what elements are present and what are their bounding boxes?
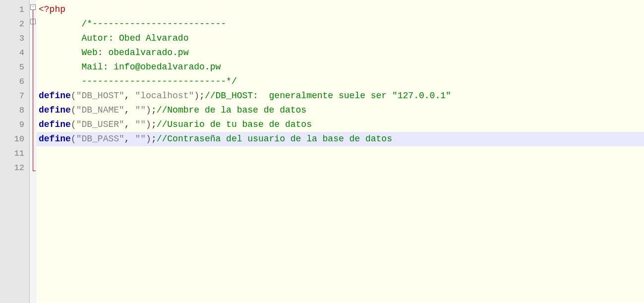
paren: ( — [71, 134, 76, 144]
code-line[interactable]: Mail: info@obedalvarado.pw — [37, 60, 644, 74]
line-number: 4 — [0, 46, 29, 60]
string: "" — [135, 105, 146, 115]
code-line[interactable]: Autor: Obed Alvarado — [37, 31, 644, 46]
comment-text: Autor: Obed Alvarado — [60, 33, 188, 43]
comment-text: //DB_HOST: generalmente suele ser "127.0… — [205, 91, 451, 101]
line-number: 9 — [0, 118, 29, 132]
line-number: 8 — [0, 103, 29, 118]
comma: , — [124, 105, 135, 115]
comma: , — [124, 134, 135, 144]
comment-text: //Contraseña del usuario de la base de d… — [157, 134, 392, 144]
comment-text: //Usuario de tu base de datos — [157, 120, 312, 129]
semicolon: ; — [151, 134, 157, 144]
line-number: 10 — [0, 132, 29, 146]
line-number: 3 — [0, 31, 29, 46]
fold-guide-line — [33, 10, 33, 171]
code-line[interactable] — [37, 161, 644, 175]
line-number-gutter: 1 2 3 4 5 6 7 8 9 10 11 12 — [0, 0, 30, 303]
paren: ( — [71, 91, 76, 101]
line-number: 7 — [0, 89, 29, 103]
line-number: 5 — [0, 60, 29, 74]
paren: ( — [71, 105, 76, 115]
semicolon: ; — [199, 91, 205, 101]
string: "DB_PASS" — [76, 134, 124, 144]
line-number: 12 — [0, 161, 29, 175]
paren: ) — [194, 91, 199, 101]
paren: ) — [146, 105, 151, 115]
code-line[interactable] — [37, 146, 644, 161]
fold-toggle-icon[interactable]: − — [30, 4, 36, 10]
string: "localhost" — [135, 91, 194, 101]
code-line[interactable]: /*------------------------- — [37, 17, 644, 31]
php-open-tag: <?php — [39, 4, 65, 14]
code-line[interactable]: ---------------------------*/ — [37, 74, 644, 89]
comma: , — [124, 120, 135, 129]
string: "" — [135, 120, 146, 129]
code-line-active[interactable]: define("DB_PASS", "");//Contraseña del u… — [37, 132, 644, 146]
paren: ) — [146, 134, 151, 144]
keyword: define — [39, 91, 71, 101]
keyword: define — [39, 105, 71, 115]
string: "DB_USER" — [76, 120, 124, 129]
comment-text: //Nombre de la base de datos — [157, 105, 306, 115]
code-line[interactable]: <?php — [37, 2, 644, 17]
fold-guide-corner — [33, 171, 36, 171]
line-number: 11 — [0, 146, 29, 161]
paren: ( — [71, 120, 76, 129]
comment-text: /*------------------------- — [60, 19, 226, 29]
code-line[interactable]: Web: obedalvarado.pw — [37, 46, 644, 60]
code-line[interactable]: define("DB_USER", "");//Usuario de tu ba… — [37, 118, 644, 132]
semicolon: ; — [151, 105, 157, 115]
code-line[interactable]: define("DB_HOST", "localhost");//DB_HOST… — [37, 89, 644, 103]
paren: ) — [146, 120, 151, 129]
comment-text: Mail: info@obedalvarado.pw — [60, 62, 221, 72]
code-line[interactable]: define("DB_NAME", "");//Nombre de la bas… — [37, 103, 644, 118]
line-number: 2 — [0, 17, 29, 31]
string: "" — [135, 134, 146, 144]
semicolon: ; — [151, 120, 157, 129]
comment-text: Web: obedalvarado.pw — [60, 48, 188, 58]
line-number: 1 — [0, 2, 29, 17]
keyword: define — [39, 120, 71, 129]
code-editor[interactable]: <?php /*------------------------- Autor:… — [37, 0, 644, 303]
keyword: define — [39, 134, 71, 144]
comment-text: ---------------------------*/ — [60, 76, 236, 86]
line-number: 6 — [0, 74, 29, 89]
string: "DB_NAME" — [76, 105, 124, 115]
fold-column: − − — [30, 0, 37, 303]
comma: , — [124, 91, 135, 101]
string: "DB_HOST" — [76, 91, 124, 101]
